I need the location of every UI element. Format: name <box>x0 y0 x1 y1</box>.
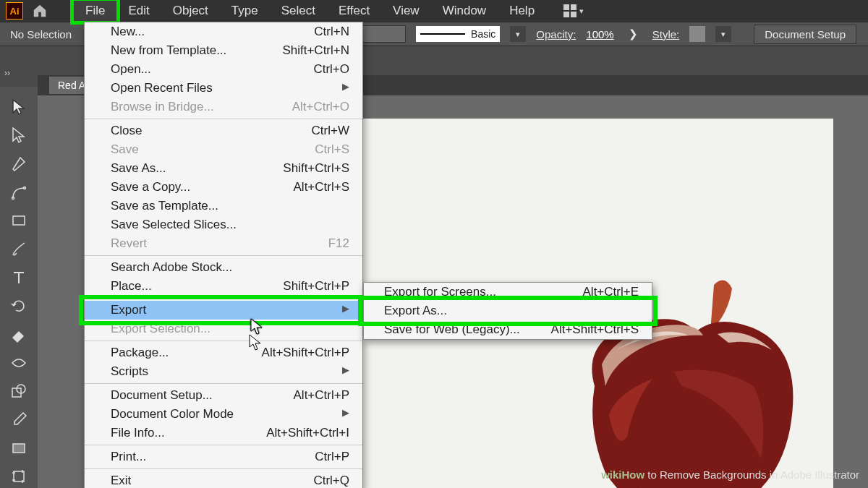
artboard-tool-icon[interactable] <box>6 466 32 488</box>
svg-rect-5 <box>13 444 25 453</box>
file-menu-item[interactable]: Save As...Shift+Ctrl+S <box>85 159 362 178</box>
file-menu-item[interactable]: CloseCtrl+W <box>85 121 362 140</box>
type-tool-icon[interactable] <box>6 266 32 288</box>
curvature-tool-icon[interactable] <box>6 181 32 203</box>
menu-view[interactable]: View <box>381 1 431 21</box>
file-menu-item: SaveCtrl+S <box>85 140 362 159</box>
svg-rect-6 <box>14 471 24 481</box>
file-menu-item[interactable]: Save Selected Slices... <box>85 215 362 234</box>
selection-tool-icon[interactable] <box>6 95 32 118</box>
file-menu-item: RevertF12 <box>85 234 362 253</box>
shape-builder-tool-icon[interactable] <box>6 380 32 403</box>
file-menu-dropdown: New...Ctrl+NNew from Template...Shift+Ct… <box>84 22 363 488</box>
opacity-label[interactable]: Opacity: <box>536 28 576 40</box>
eyedropper-tool-icon[interactable] <box>6 408 32 431</box>
menu-file[interactable]: File <box>74 1 116 21</box>
file-menu-item[interactable]: ExitCtrl+Q <box>85 471 362 488</box>
file-menu-item[interactable]: Save a Copy...Alt+Ctrl+S <box>85 178 362 197</box>
export-submenu-item[interactable]: Save for Web (Legacy)...Alt+Shift+Ctrl+S <box>364 320 652 339</box>
file-menu-item[interactable]: Document Color Mode▶ <box>85 405 362 424</box>
file-menu-item[interactable]: Place...Shift+Ctrl+P <box>85 277 362 296</box>
file-menu-item[interactable]: Export▶ <box>85 301 362 320</box>
stroke-dropdown-toggle[interactable]: ▾ <box>510 26 526 42</box>
menu-effect[interactable]: Effect <box>327 1 381 21</box>
file-menu-item[interactable]: Save as Template... <box>85 197 362 215</box>
file-menu-item: Export Selection... <box>85 320 362 338</box>
menubar: Ai FileEditObjectTypeSelectEffectViewWin… <box>0 0 868 22</box>
panel-expander-icon[interactable]: ›› <box>0 67 14 80</box>
app-logo-icon: Ai <box>6 2 23 20</box>
eraser-tool-icon[interactable] <box>6 323 32 346</box>
menu-select[interactable]: Select <box>270 1 327 21</box>
style-label[interactable]: Style: <box>652 28 680 40</box>
file-menu-item[interactable]: File Info...Alt+Shift+Ctrl+I <box>85 424 362 442</box>
file-menu-item[interactable]: Open Recent Files▶ <box>85 79 362 98</box>
file-menu-item[interactable]: Print...Ctrl+P <box>85 448 362 466</box>
file-menu-item[interactable]: Document Setup...Alt+Ctrl+P <box>85 386 362 405</box>
export-submenu-item[interactable]: Export for Screens...Alt+Ctrl+E <box>364 283 652 301</box>
menu-type[interactable]: Type <box>220 1 270 21</box>
document-setup-button[interactable]: Document Setup <box>754 25 856 44</box>
menu-object[interactable]: Object <box>161 1 220 21</box>
watermark: wikiHow to Remove Backgrounds in Adobe I… <box>601 468 859 481</box>
svg-rect-2 <box>13 216 25 225</box>
gradient-tool-icon[interactable] <box>6 437 32 459</box>
file-menu-item[interactable]: Package...Alt+Shift+Ctrl+P <box>85 343 362 362</box>
file-menu-item[interactable]: Search Adobe Stock... <box>85 258 362 277</box>
paintbrush-tool-icon[interactable] <box>6 238 32 260</box>
file-menu-item[interactable]: Open...Ctrl+O <box>85 60 362 79</box>
rectangle-tool-icon[interactable] <box>6 209 32 231</box>
file-menu-item: Browse in Bridge...Alt+Ctrl+O <box>85 98 362 116</box>
direct-selection-tool-icon[interactable] <box>6 124 32 146</box>
file-menu-item[interactable]: Scripts▶ <box>85 362 362 381</box>
opacity-value[interactable]: 100% <box>586 28 613 40</box>
style-swatch[interactable] <box>689 26 705 42</box>
file-menu-item[interactable]: New from Template...Shift+Ctrl+N <box>85 41 362 60</box>
export-submenu: Export for Screens...Alt+Ctrl+EExport As… <box>363 282 652 340</box>
pen-tool-icon[interactable] <box>6 153 32 175</box>
menu-edit[interactable]: Edit <box>116 1 161 21</box>
menu-window[interactable]: Window <box>431 1 498 21</box>
selection-status: No Selection <box>10 28 72 40</box>
export-submenu-item[interactable]: Export As... <box>364 301 652 320</box>
opacity-more-icon[interactable]: ❯ <box>624 27 642 40</box>
style-dropdown-toggle[interactable]: ▾ <box>715 26 731 42</box>
tool-panel <box>0 87 38 488</box>
workspace-switcher-icon[interactable]: ▾ <box>563 4 584 17</box>
rotate-tool-icon[interactable] <box>6 295 32 317</box>
home-icon[interactable] <box>32 3 48 19</box>
menu-help[interactable]: Help <box>498 1 546 21</box>
stroke-style-box[interactable]: Basic <box>416 26 500 42</box>
file-menu-item[interactable]: New...Ctrl+N <box>85 22 362 41</box>
width-tool-icon[interactable] <box>6 351 32 374</box>
